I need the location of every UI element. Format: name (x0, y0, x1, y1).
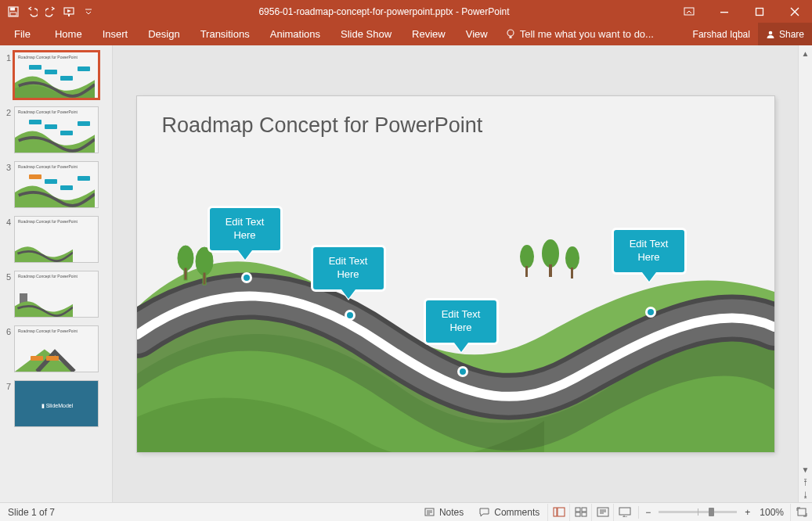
reading-view-button[interactable] (591, 504, 613, 521)
ribbon-display-options-button[interactable] (671, 0, 706, 23)
tab-slide-show[interactable]: Slide Show (330, 23, 402, 45)
normal-view-button[interactable] (547, 504, 569, 521)
slide-counter[interactable]: Slide 1 of 7 (0, 507, 63, 518)
thumbnail-row: 1 Roadmap Concept for PowerPoint (3, 52, 112, 99)
window-title: 6956-01-roadmap-concept-for-powerpoint.p… (97, 6, 671, 17)
person-icon (766, 30, 775, 39)
comments-button[interactable]: Comments (471, 507, 547, 518)
thumbnail-row: 6 Roadmap Concept for PowerPoint (3, 325, 112, 372)
lightbulb-icon (506, 29, 515, 40)
minimize-button[interactable] (706, 0, 742, 23)
tab-home[interactable]: Home (45, 23, 92, 45)
thumbnail-row: 4 Roadmap Concept for PowerPoint (3, 216, 112, 263)
tab-animations[interactable]: Animations (260, 23, 330, 45)
svg-point-10 (769, 31, 773, 34)
svg-rect-15 (203, 272, 206, 285)
tab-view[interactable]: View (456, 23, 498, 45)
svg-rect-30 (619, 508, 630, 515)
maximize-button[interactable] (742, 0, 777, 23)
marker-2[interactable] (345, 310, 355, 321)
status-bar: Slide 1 of 7 Notes Comments − + 100% (0, 502, 812, 521)
slide-canvas[interactable]: Roadmap Concept for PowerPoint (137, 96, 774, 452)
zoom-slider[interactable] (659, 511, 737, 513)
slide-sorter-view-button[interactable] (569, 504, 591, 521)
thumbnail-number: 7 (3, 380, 11, 391)
share-button[interactable]: Share (758, 23, 812, 45)
close-button[interactable] (777, 0, 812, 23)
svg-rect-31 (798, 508, 806, 516)
workspace: 1 Roadmap Concept for PowerPoint 2 Roadm… (0, 45, 812, 502)
fit-to-window-button[interactable] (790, 504, 812, 521)
svg-rect-2 (10, 13, 16, 16)
thumbnail-row: 2 Roadmap Concept for PowerPoint (3, 106, 112, 153)
marker-4[interactable] (645, 307, 656, 318)
user-name[interactable]: Farshad Iqbal (685, 23, 758, 45)
zoom-in-button[interactable]: + (742, 507, 753, 518)
thumbnail-slide-1[interactable]: Roadmap Concept for PowerPoint (14, 52, 99, 99)
marker-1[interactable] (241, 272, 252, 283)
marker-3[interactable] (457, 366, 468, 377)
thumbnail-row: 3 Roadmap Concept for PowerPoint (3, 161, 112, 208)
thumbnail-slide-3[interactable]: Roadmap Concept for PowerPoint (14, 161, 99, 208)
thumbnail-number: 6 (3, 325, 11, 336)
comments-icon (479, 508, 489, 517)
svg-point-12 (178, 246, 193, 271)
svg-rect-21 (571, 268, 573, 278)
zoom-percentage[interactable]: 100% (753, 507, 790, 518)
tell-me-search[interactable]: Tell me what you want to do... (498, 23, 654, 45)
slide-title[interactable]: Roadmap Concept for PowerPoint (162, 113, 483, 138)
thumbnail-row: 7 ▮ SlideModel (3, 380, 112, 427)
svg-rect-17 (525, 266, 528, 277)
slide-editor-area[interactable]: Roadmap Concept for PowerPoint (113, 45, 798, 502)
zoom-slider-thumb[interactable] (709, 508, 714, 516)
svg-point-20 (565, 246, 579, 270)
tab-design[interactable]: Design (138, 23, 189, 45)
window-controls (671, 0, 812, 23)
svg-rect-23 (554, 508, 557, 516)
svg-text:▮ SlideModel: ▮ SlideModel (42, 403, 74, 408)
thumbnail-slide-5[interactable]: Roadmap Concept for PowerPoint (14, 271, 99, 318)
qat-customize-button[interactable] (80, 3, 97, 20)
thumbnail-slide-2[interactable]: Roadmap Concept for PowerPoint (14, 106, 99, 153)
slideshow-view-button[interactable] (613, 504, 635, 521)
redo-button[interactable] (42, 3, 60, 20)
notes-button[interactable]: Notes (417, 507, 471, 518)
callout-3[interactable]: Edit Text Here (424, 298, 499, 345)
thumbnail-row: 5 Roadmap Concept for PowerPoint (3, 271, 112, 318)
thumbnail-slide-6[interactable]: Roadmap Concept for PowerPoint (14, 325, 99, 372)
scroll-down-button[interactable]: ▼ (799, 463, 812, 476)
share-label: Share (779, 29, 804, 40)
svg-rect-6 (720, 12, 728, 13)
quick-access-toolbar (0, 3, 97, 20)
callout-4[interactable]: Edit Text Here (612, 228, 687, 275)
next-slide-button[interactable]: ⭳ (799, 488, 812, 501)
svg-point-16 (520, 245, 534, 268)
tell-me-placeholder: Tell me what you want to do... (520, 28, 654, 40)
tab-transitions[interactable]: Transitions (190, 23, 260, 45)
previous-slide-button[interactable]: ⭱ (799, 476, 812, 488)
zoom-out-button[interactable]: − (642, 507, 654, 518)
scroll-up-button[interactable]: ▲ (799, 47, 812, 59)
callout-2[interactable]: Edit Text Here (311, 245, 386, 292)
thumbnail-slide-7[interactable]: ▮ SlideModel (14, 380, 99, 427)
svg-rect-26 (582, 508, 586, 512)
svg-rect-13 (184, 268, 187, 280)
undo-button[interactable] (23, 3, 41, 20)
svg-rect-7 (756, 8, 763, 15)
start-from-beginning-button[interactable] (61, 3, 78, 20)
callout-1[interactable]: Edit Text Here (208, 206, 283, 253)
app-window: 6956-01-roadmap-concept-for-powerpoint.p… (0, 0, 812, 521)
thumbnail-number: 5 (3, 271, 11, 282)
title-bar: 6956-01-roadmap-concept-for-powerpoint.p… (0, 0, 812, 23)
tab-insert[interactable]: Insert (92, 23, 139, 45)
tab-file[interactable]: File (0, 23, 45, 45)
vertical-scrollbar[interactable]: ▲ ▼ ⭱ ⭳ (798, 45, 812, 502)
thumbnail-slide-4[interactable]: Roadmap Concept for PowerPoint (14, 216, 99, 263)
save-button[interactable] (5, 3, 22, 20)
slide-thumbnails-panel: 1 Roadmap Concept for PowerPoint 2 Roadm… (0, 45, 113, 502)
svg-rect-24 (558, 508, 565, 516)
svg-rect-1 (10, 7, 15, 10)
thumbnail-number: 1 (3, 52, 11, 63)
tab-review[interactable]: Review (402, 23, 456, 45)
ribbon-tabs: File Home Insert Design Transitions Anim… (0, 23, 812, 45)
